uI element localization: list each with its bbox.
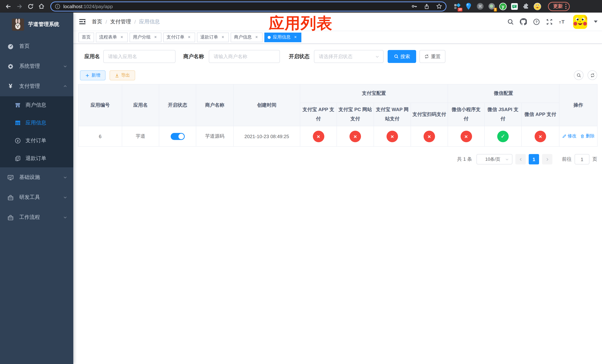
cell-alipay-app: × (300, 126, 337, 146)
app-logo-row[interactable]: 芋道管理系统 (0, 13, 73, 31)
chevron-down-icon (63, 195, 67, 200)
main-area: 首页 / 支付管理 / 应用信息 应用列表 ? (73, 13, 602, 364)
table-row: 6 芋道 芋道源码 2021-10-23 08:49:25 × × × × × … (78, 126, 597, 146)
sidebar-item-label: 研发工具 (19, 194, 40, 201)
close-icon[interactable]: × (187, 35, 192, 40)
close-icon[interactable]: × (153, 35, 158, 40)
tag-app-info[interactable]: 应用信息× (264, 32, 301, 42)
browser-home-icon[interactable] (37, 2, 46, 11)
sidebar-item-merchant-info[interactable]: 商户信息 (0, 96, 73, 114)
sidebar-item-pay-order[interactable]: ¥ 支付订单 (0, 132, 73, 150)
page-annotation: 应用列表 (269, 13, 333, 34)
col-alipay-app: 支付宝 APP 支付 (300, 103, 337, 126)
extension-gray-circle-icon[interactable]: 1 (488, 2, 495, 10)
documents-icon (15, 156, 21, 161)
delete-button[interactable]: 删除 (580, 133, 595, 139)
search-icon[interactable] (507, 18, 514, 25)
extension-command-icon[interactable]: ⌘ (476, 2, 484, 10)
share-icon[interactable] (424, 3, 430, 9)
prev-page-button[interactable] (515, 154, 526, 164)
breadcrumb-home[interactable]: 首页 (92, 18, 102, 25)
add-button[interactable]: 新增 (80, 70, 106, 80)
page-size-select[interactable]: 10条/页 (476, 154, 512, 164)
tag-refund-order[interactable]: 退款订单× (197, 32, 229, 42)
extension-y-icon[interactable]: y (499, 2, 507, 10)
cell-wx-app: × (521, 126, 559, 146)
page-unit-label: 页 (592, 156, 597, 162)
sidebar-item-label: 工作流程 (19, 214, 40, 221)
yen-circle-icon: ¥ (15, 138, 21, 144)
fullscreen-icon[interactable] (546, 18, 553, 25)
sidebar-item-label: 商户信息 (26, 102, 46, 108)
enabled-status-select[interactable]: 请选择开启状态 (314, 50, 384, 63)
svg-text:¥: ¥ (17, 139, 19, 143)
caret-down-icon[interactable] (594, 20, 598, 23)
address-bar[interactable]: localhost:1024/pay/app (50, 1, 447, 11)
search-button[interactable]: 搜索 (388, 50, 416, 63)
sidebar-item-label: 支付订单 (26, 137, 46, 144)
breadcrumb-pay[interactable]: 支付管理 (110, 18, 131, 25)
close-icon[interactable]: × (293, 35, 298, 40)
font-size-icon[interactable]: TT (559, 18, 566, 25)
github-icon[interactable] (520, 18, 527, 25)
merchant-name-input[interactable] (209, 50, 280, 63)
tag-merchant-info[interactable]: 商户信息× (231, 32, 262, 42)
reset-button[interactable]: 重置 (419, 50, 445, 63)
next-page-button[interactable] (542, 154, 552, 164)
toggle-search-icon[interactable] (574, 70, 583, 80)
browser-reload-icon[interactable] (26, 2, 35, 11)
yen-icon: ¥ (7, 83, 14, 89)
close-icon[interactable]: × (119, 35, 124, 40)
svg-text:T: T (559, 21, 561, 24)
extension-chat-icon[interactable] (511, 2, 518, 10)
sidebar-fold-icon[interactable] (78, 18, 86, 25)
extensions-area: 10 ⌘ 1 y 更新 (453, 2, 570, 11)
monitor-chart-icon (7, 174, 14, 181)
app-title: 芋道管理系统 (28, 21, 59, 28)
breadcrumb-current: 应用信息 (139, 18, 160, 25)
tag-pay-order[interactable]: 支付订单× (163, 32, 195, 42)
sidebar-item-home[interactable]: 首页 (0, 36, 73, 56)
sidebar-item-pay[interactable]: ¥ 支付管理 (0, 76, 73, 96)
refresh-icon[interactable] (588, 70, 597, 80)
grid-icon (15, 120, 21, 126)
help-icon[interactable]: ? (533, 18, 540, 25)
svg-text:T: T (561, 19, 564, 25)
tag-user-group[interactable]: 用户分组× (129, 32, 161, 42)
goto-page-input[interactable] (575, 154, 589, 164)
site-info-icon[interactable] (55, 3, 60, 9)
extension-balloon-icon[interactable] (465, 2, 473, 10)
status-icon: × (350, 130, 361, 142)
dashboard-icon (7, 43, 14, 49)
browser-back-icon[interactable] (4, 2, 13, 11)
bookmark-star-icon[interactable] (436, 3, 442, 9)
page-number-active[interactable]: 1 (529, 154, 539, 164)
browser-update-button[interactable]: 更新 (548, 2, 570, 11)
sidebar-item-infra[interactable]: 基础设施 (0, 167, 73, 187)
sidebar-item-dev-tools[interactable]: 研发工具 (0, 187, 73, 207)
close-icon[interactable]: × (220, 35, 226, 40)
enabled-switch[interactable] (171, 133, 184, 140)
col-ops: 操作 (559, 84, 597, 126)
cell-alipay-qr: × (411, 126, 448, 146)
sidebar-item-refund-order[interactable]: 退款订单 (0, 150, 73, 167)
tag-home[interactable]: 首页 (78, 32, 94, 42)
app-name-input[interactable] (103, 50, 175, 63)
extension-puzzle-icon[interactable] (522, 2, 530, 10)
browser-forward-icon[interactable] (15, 2, 24, 11)
user-avatar[interactable] (573, 15, 587, 29)
sidebar-item-app-info[interactable]: 应用信息 (0, 114, 73, 132)
cell-app-id: 6 (78, 126, 122, 146)
close-icon[interactable]: × (254, 35, 259, 40)
export-button[interactable]: 导出 (110, 70, 135, 80)
browser-menu-icon[interactable] (565, 4, 567, 9)
extension-blue-diamond-icon[interactable]: 10 (453, 2, 461, 10)
sidebar-item-system[interactable]: 系统管理 (0, 56, 73, 76)
pagination: 共 1 条 10条/页 1 前往 页 (78, 154, 597, 164)
edit-button[interactable]: 修改 (562, 133, 576, 139)
tag-process-form[interactable]: 流程表单× (96, 32, 128, 42)
sidebar-item-workflow[interactable]: 工作流程 (0, 207, 73, 227)
extension-smiley-avatar[interactable] (534, 2, 541, 10)
password-key-icon[interactable] (411, 3, 417, 9)
shop-icon (15, 102, 21, 108)
